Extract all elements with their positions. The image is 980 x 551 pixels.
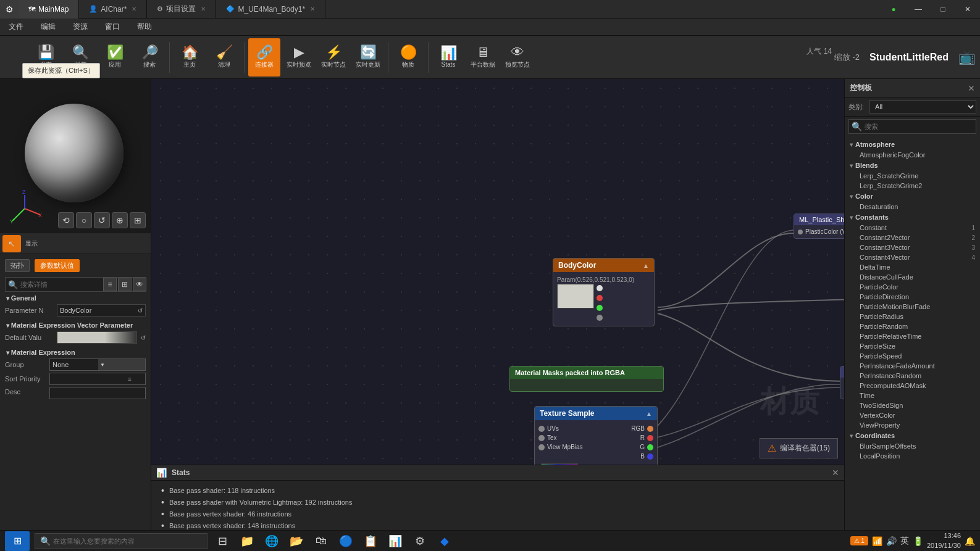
tree-category-color[interactable]: Color	[845, 191, 980, 202]
desc-input[interactable]	[49, 387, 146, 399]
taskbar-search-input[interactable]	[53, 537, 202, 545]
sound-icon[interactable]: 🔊	[886, 536, 897, 546]
tree-item-constants-15[interactable]: PerInstanceRandom	[845, 371, 980, 381]
tab-topology[interactable]: 拓扑	[5, 259, 30, 272]
tree-item-constants-5[interactable]: DistanceCullFade	[845, 272, 980, 282]
tab-params[interactable]: 参数默认值	[35, 259, 80, 272]
tree-item-blends-1[interactable]: Lerp_ScratchGrime2	[845, 181, 980, 191]
eye-btn[interactable]: 👁	[133, 278, 146, 291]
tree-item-constants-7[interactable]: ParticleDirection	[845, 292, 980, 302]
menu-item-资源[interactable]: 资源	[69, 20, 91, 33]
color-preview[interactable]	[557, 284, 594, 309]
material-masks-node[interactable]: Material Masks packed into RGBA	[509, 366, 664, 392]
task-view-btn[interactable]: ⊟	[212, 531, 232, 551]
tab-close-aichar[interactable]: ✕	[132, 6, 136, 12]
menu-item-文件[interactable]: 文件	[5, 20, 27, 33]
title-tab-aichar[interactable]: 👤AIChar*✕	[79, 0, 147, 19]
group-select[interactable]: None ▼	[49, 358, 146, 371]
explorer-btn[interactable]: 📁	[237, 531, 257, 551]
sort-priority-input[interactable]: 0	[50, 375, 126, 383]
tree-item-constants-6[interactable]: ParticleColor	[845, 282, 980, 292]
mat-expr-vector-section[interactable]: Material Expression Vector Parameter	[5, 319, 146, 331]
taskbar-start[interactable]: ⊞	[5, 531, 30, 551]
toolbar-btn-stats[interactable]: 📊Stats	[432, 38, 464, 77]
menu-item-窗口[interactable]: 窗口	[101, 20, 124, 33]
store-btn[interactable]: 🛍	[311, 531, 331, 551]
list-view-btn[interactable]: ≡	[103, 278, 117, 291]
battery-icon[interactable]: 🔋	[913, 536, 923, 546]
title-tab-project-settings[interactable]: ⚙项目设置✕	[147, 0, 216, 19]
reset-default-icon[interactable]: ↺	[141, 334, 146, 341]
tree-item-constants-2[interactable]: Constant3Vector3	[845, 242, 980, 252]
ts-close-icon[interactable]: ▲	[646, 410, 652, 417]
settings-btn[interactable]: ⚙	[410, 531, 430, 551]
node-close-icon[interactable]: ▲	[643, 262, 649, 269]
toolbar-btn-platform-debug[interactable]: 🖥平台数据	[467, 38, 499, 77]
toolbar-btn-realtime-node[interactable]: ⚡实时节点	[317, 38, 350, 77]
tree-item-coordinates-1[interactable]: LocalPosition	[845, 451, 980, 461]
stats-close-btn[interactable]: ✕	[832, 468, 839, 478]
search-props-input[interactable]	[20, 281, 101, 288]
tree-category-blends[interactable]: Blends	[845, 160, 980, 171]
compile-badge[interactable]: ⚠ 编译着色器(15)	[760, 438, 838, 458]
preview-tool-3[interactable]: ↺	[94, 212, 110, 228]
menu-item-帮助[interactable]: 帮助	[133, 20, 156, 33]
lang-icon[interactable]: 英	[900, 536, 909, 547]
title-tab-mainmap[interactable]: 🗺MainMap	[19, 0, 79, 19]
tree-item-constants-13[interactable]: ParticleSpeed	[845, 351, 980, 361]
green-btn[interactable]: ●	[881, 0, 906, 19]
tree-item-constants-18[interactable]: TwoSidedSign	[845, 400, 980, 410]
tree-item-constants-1[interactable]: Constant2Vector2	[845, 233, 980, 242]
tree-item-constants-8[interactable]: ParticleMotionBlurFade	[845, 302, 980, 312]
tree-item-constants-16[interactable]: PrecomputedAOMask	[845, 381, 980, 391]
tree-item-constants-10[interactable]: ParticleRandom	[845, 321, 980, 331]
tab-close-project-settings[interactable]: ✕	[201, 6, 206, 12]
tree-item-blends-0[interactable]: Lerp_ScratchGrime	[845, 171, 980, 181]
right-panel-close[interactable]: ✕	[968, 83, 975, 93]
toolbar-btn-clean[interactable]: 🧹清理	[208, 38, 240, 77]
toolbar-btn-connect[interactable]: 🔗连接器	[248, 38, 280, 77]
menu-item-编辑[interactable]: 编辑	[37, 20, 59, 33]
notification-icon[interactable]: 🔔	[965, 536, 975, 546]
tree-item-constants-3[interactable]: Constant4Vector4	[845, 252, 980, 262]
body-color-node[interactable]: BodyColor ▲ Param(0.526,0.521,0.523,0)	[553, 258, 655, 326]
preview-tool-4[interactable]: ⊕	[112, 212, 128, 228]
filter-select[interactable]: All	[869, 100, 976, 114]
tree-item-constants-20[interactable]: ViewProperty	[845, 420, 980, 430]
toolbar-btn-home[interactable]: 🏠主页	[174, 38, 206, 77]
edge-btn[interactable]: 🌐	[262, 531, 282, 551]
ml-plastic-node[interactable]: ML_Plastic_Shiny_Beige PlasticColor (V3)…	[794, 213, 844, 239]
tree-item-constants-14[interactable]: PerInstanceFadeAmount	[845, 361, 980, 371]
reset-icon[interactable]: ↺	[138, 307, 143, 314]
general-section[interactable]: General	[5, 292, 146, 304]
node-canvas[interactable]: BodyColor ▲ Param(0.526,0.521,0.523,0)	[151, 79, 844, 520]
ppt-btn[interactable]: 📊	[385, 531, 405, 551]
task2-btn[interactable]: 📋	[361, 531, 380, 551]
title-tab-m-ue4man[interactable]: 🔷M_UE4Man_Body1*✕	[216, 0, 325, 19]
tree-item-constants-4[interactable]: DeltaTime	[845, 262, 980, 272]
tree-item-atmosphere-0[interactable]: AtmosphericFogColor	[845, 150, 980, 160]
toolbar-btn-realtime-update[interactable]: 🔄实时更新	[352, 38, 384, 77]
preview-tool-1[interactable]: ⟲	[58, 212, 74, 228]
tab-close-m-ue4man[interactable]: ✕	[310, 6, 315, 12]
search-right-input[interactable]	[865, 123, 973, 130]
tree-item-constants-0[interactable]: Constant1	[845, 223, 980, 233]
toolbar-btn-search[interactable]: 🔎搜索	[133, 38, 165, 77]
tree-item-constants-9[interactable]: ParticleRadius	[845, 312, 980, 321]
ml-glossy-node[interactable]: ML_GlossyBlack_D Tint (V3) Tiling (S)	[840, 366, 844, 399]
tree-item-color-0[interactable]: Desaturation	[845, 202, 980, 212]
tree-category-constants[interactable]: Constants	[845, 212, 980, 223]
param-name-value[interactable]: BodyColor ↺	[57, 304, 146, 317]
tree-category-atmosphere[interactable]: Atmosphere	[845, 139, 980, 150]
folder-btn[interactable]: 📂	[287, 531, 306, 551]
toolbar-btn-preview-node[interactable]: 👁预览节点	[501, 38, 534, 77]
tree-item-constants-19[interactable]: VertexColor	[845, 410, 980, 420]
network-icon[interactable]: 📶	[872, 536, 882, 546]
close-btn[interactable]: ✕	[955, 0, 980, 19]
mat-expr-section[interactable]: Material Expression	[5, 346, 146, 358]
preview-tool-2[interactable]: ○	[76, 212, 92, 228]
select-btn[interactable]: ↖	[2, 235, 21, 252]
minimize-btn[interactable]: —	[906, 0, 931, 19]
tree-item-constants-11[interactable]: ParticleRelativeTime	[845, 331, 980, 341]
toolbar-btn-realtime-preview[interactable]: ▶实时预览	[283, 38, 315, 77]
